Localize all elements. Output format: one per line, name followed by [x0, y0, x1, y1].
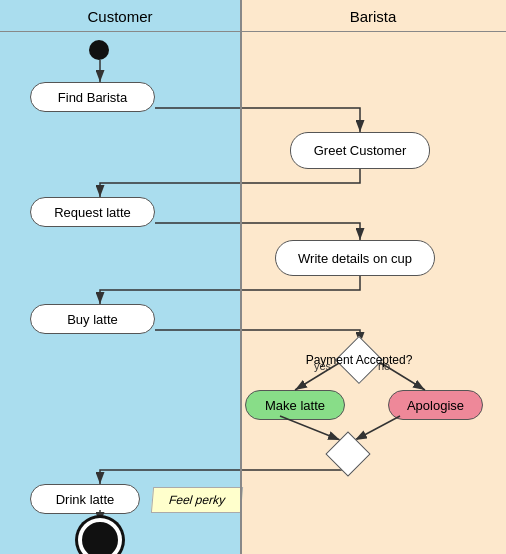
diagram-container: Customer Barista [0, 0, 506, 554]
start-node [89, 40, 109, 60]
write-details-node: Write details on cup [275, 240, 435, 276]
feel-perky-node: Feel perky [151, 487, 243, 513]
request-latte-node: Request latte [30, 197, 155, 227]
apologise-node: Apologise [388, 390, 483, 420]
lane-barista: Barista [240, 0, 506, 554]
find-barista-node: Find Barista [30, 82, 155, 112]
make-latte-node: Make latte [245, 390, 345, 420]
greet-customer-node: Greet Customer [290, 132, 430, 169]
lane-divider [240, 0, 242, 554]
customer-header: Customer [0, 0, 240, 32]
end-node [82, 522, 118, 554]
buy-latte-node: Buy latte [30, 304, 155, 334]
drink-latte-node: Drink latte [30, 484, 140, 514]
barista-header: Barista [240, 0, 506, 32]
payment-label: Payment Accepted? [306, 353, 413, 367]
